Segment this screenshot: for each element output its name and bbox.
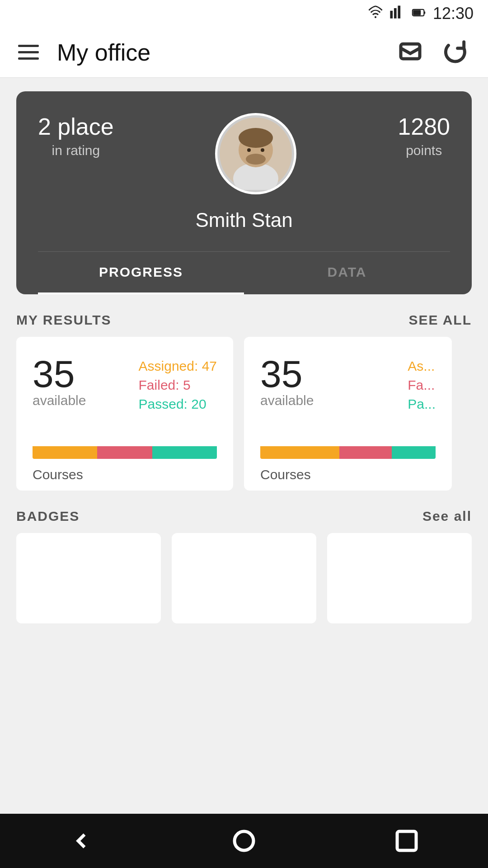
badge-card-2 xyxy=(172,533,316,623)
wifi-icon xyxy=(368,5,383,22)
rating-stat: 2 place in rating xyxy=(38,113,114,158)
points-value: 1280 xyxy=(398,113,450,140)
result-number-group-2: 35 available xyxy=(260,355,314,423)
stat-failed-1: Failed: 5 xyxy=(139,377,217,393)
bar-assigned-2 xyxy=(260,446,339,459)
badges-row xyxy=(16,533,472,623)
stat-failed-2: Fa... xyxy=(408,377,436,393)
points-stat: 1280 points xyxy=(398,113,450,158)
app-bar-left: My office xyxy=(18,39,150,66)
bar-passed-2 xyxy=(392,446,436,459)
svg-point-12 xyxy=(235,831,253,850)
result-available-number-1: 35 xyxy=(33,355,86,393)
svg-point-0 xyxy=(375,16,376,18)
bar-passed-1 xyxy=(152,446,217,459)
app-bar: My office xyxy=(0,27,488,78)
badges-header: BADGES See all xyxy=(16,509,472,524)
svg-point-10 xyxy=(247,148,251,152)
status-icons: 12:30 xyxy=(368,4,474,23)
result-available-label-1: available xyxy=(33,393,86,408)
badges-title: BADGES xyxy=(16,509,80,524)
bar-assigned-1 xyxy=(33,446,97,459)
nav-home-button[interactable] xyxy=(221,823,267,859)
avatar xyxy=(215,113,296,194)
result-card-1: 35 available Assigned: 47 Failed: 5 Pass… xyxy=(16,337,233,491)
profile-card: 2 place in rating xyxy=(16,91,472,294)
stat-passed-1: Passed: 20 xyxy=(139,396,217,412)
result-card-label-1: Courses xyxy=(33,459,217,491)
badge-card-3 xyxy=(327,533,472,623)
see-all-badges[interactable]: See all xyxy=(422,509,472,524)
refresh-icon[interactable] xyxy=(441,38,470,67)
results-header: MY RESULTS SEE ALL xyxy=(16,312,472,328)
user-name: Smith Stan xyxy=(195,209,292,231)
page-title: My office xyxy=(57,39,150,66)
result-card-label-2: Courses xyxy=(260,459,436,491)
see-all-results[interactable]: SEE ALL xyxy=(408,312,472,328)
svg-rect-3 xyxy=(424,11,425,14)
status-time: 12:30 xyxy=(433,4,474,23)
svg-point-11 xyxy=(261,148,264,152)
battery-icon xyxy=(411,5,427,22)
app-bar-actions xyxy=(396,38,470,67)
stat-assigned-2: As... xyxy=(408,359,436,374)
result-stats-2: As... Fa... Pa... xyxy=(408,355,436,412)
tab-data[interactable]: DATA xyxy=(244,252,450,294)
status-bar: 12:30 xyxy=(0,0,488,27)
result-stats-1: Assigned: 47 Failed: 5 Passed: 20 xyxy=(139,355,217,412)
svg-point-9 xyxy=(246,154,266,165)
results-title: MY RESULTS xyxy=(16,312,112,328)
result-cards-row: 35 available Assigned: 47 Failed: 5 Pass… xyxy=(16,337,472,491)
points-label: points xyxy=(406,143,442,158)
svg-point-8 xyxy=(239,128,273,148)
nav-overview-button[interactable] xyxy=(384,823,429,859)
message-icon[interactable] xyxy=(396,38,425,67)
stat-assigned-1: Assigned: 47 xyxy=(139,359,217,374)
result-available-label-2: available xyxy=(260,393,314,408)
signal-icon xyxy=(389,5,405,22)
svg-rect-13 xyxy=(397,831,416,850)
stat-passed-2: Pa... xyxy=(408,396,436,412)
result-number-group: 35 available xyxy=(33,355,86,423)
menu-icon[interactable] xyxy=(18,45,39,60)
svg-rect-2 xyxy=(413,10,421,15)
bar-failed-1 xyxy=(97,446,152,459)
results-section: MY RESULTS SEE ALL 35 available Assigned… xyxy=(16,312,472,491)
profile-tabs: PROGRESS DATA xyxy=(38,251,450,294)
result-card-2-top: 35 available As... Fa... Pa... xyxy=(260,355,436,423)
progress-bar-1 xyxy=(33,446,217,459)
bar-failed-2 xyxy=(339,446,392,459)
nav-back-button[interactable] xyxy=(59,823,104,859)
progress-bar-2 xyxy=(260,446,436,459)
badges-section: BADGES See all xyxy=(16,509,472,623)
rating-label: in rating xyxy=(52,143,100,158)
rating-value: 2 place xyxy=(38,113,114,140)
tab-progress[interactable]: PROGRESS xyxy=(38,252,244,294)
result-available-number-2: 35 xyxy=(260,355,314,393)
bottom-nav xyxy=(0,814,488,868)
result-card-2: 35 available As... Fa... Pa... Courses xyxy=(244,337,452,491)
profile-card-top: 2 place in rating xyxy=(38,113,450,194)
main-content: 2 place in rating xyxy=(0,78,488,814)
result-card-1-top: 35 available Assigned: 47 Failed: 5 Pass… xyxy=(33,355,217,423)
badge-card-1 xyxy=(16,533,161,623)
